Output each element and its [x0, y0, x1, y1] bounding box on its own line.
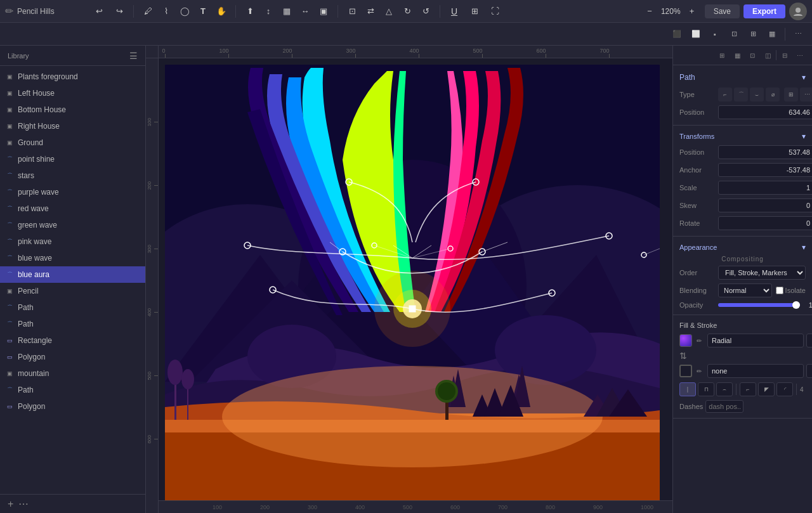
align-middle-icon-button[interactable]: ⊞	[744, 25, 762, 43]
user-avatar[interactable]	[789, 3, 807, 20]
swap-fill-stroke-button[interactable]: ⇅	[679, 351, 687, 361]
panel-icon-4[interactable]: ◫	[761, 48, 775, 62]
type-symm-button[interactable]: ⌣	[750, 88, 764, 101]
flip-h-button[interactable]: ⇄	[362, 3, 379, 20]
stroke-bevel-button[interactable]: ◤	[758, 382, 775, 396]
type-extra-2[interactable]: ⋯	[800, 88, 812, 101]
grid-button[interactable]: ⊞	[466, 3, 483, 20]
group-button[interactable]: ▣	[315, 3, 332, 20]
blending-select[interactable]: Normal	[718, 283, 772, 297]
panel-icon-2[interactable]: ▦	[730, 48, 744, 62]
stroke-butt-button[interactable]: |	[679, 382, 696, 396]
skew-x-input[interactable]	[718, 198, 812, 212]
text-tool-button[interactable]: T	[194, 3, 212, 20]
sidebar-menu-button[interactable]: ☰	[129, 51, 138, 61]
align-center-icon-button[interactable]: ⬜	[687, 25, 705, 43]
fill-swatch[interactable]	[679, 334, 692, 347]
canvas-size-button[interactable]: ⊡	[343, 3, 361, 20]
align-top-button[interactable]: ⬆	[241, 3, 259, 20]
layer-item-purple-wave[interactable]: ⌒purple wave	[0, 184, 145, 200]
stroke-round-button[interactable]: ⌢	[716, 382, 733, 396]
order-select[interactable]: Fill, Stroke, Markers	[718, 266, 806, 280]
layer-item-polygon[interactable]: ▭Polygon	[0, 349, 145, 365]
path-collapse-button[interactable]: ▾	[802, 73, 806, 82]
align-right-icon-button[interactable]: ▪	[706, 25, 724, 43]
stroke-round-join-button[interactable]: ◜	[776, 382, 793, 396]
zoom-minus-button[interactable]: −	[641, 3, 658, 20]
dashes-input[interactable]	[705, 400, 743, 413]
type-extra-1[interactable]: ⊞	[784, 88, 798, 101]
opacity-slider[interactable]	[718, 303, 800, 307]
layer-item-right-house[interactable]: ▣Right House	[0, 118, 145, 134]
scale-x-input[interactable]	[718, 181, 812, 195]
canvas-viewport[interactable]	[159, 58, 672, 500]
transforms-collapse-button[interactable]: ▾	[802, 132, 806, 141]
export-button[interactable]: Export	[743, 4, 785, 18]
panel-icon-5[interactable]: ⊟	[778, 48, 792, 62]
panel-icon-1[interactable]: ⊞	[715, 48, 729, 62]
layer-item-bottom-house[interactable]: ▣Bottom House	[0, 101, 145, 118]
type-auto-button[interactable]: ⌀	[766, 88, 780, 101]
panel-icon-3[interactable]: ⊡	[745, 48, 759, 62]
layer-item-path-3[interactable]: ⌒Path	[0, 382, 145, 398]
pen-tool-button[interactable]: 🖊	[139, 3, 157, 20]
add-layer-button[interactable]: +	[8, 498, 13, 510]
rotate-cw-button[interactable]: ↻	[398, 3, 416, 20]
stroke-miter-button[interactable]: ⌐	[740, 382, 756, 396]
zoom-plus-button[interactable]: +	[683, 3, 701, 20]
bezier-tool-button[interactable]: ⌇	[157, 3, 175, 20]
layer-item-path-2[interactable]: ⌒Path	[0, 316, 145, 332]
redo-button[interactable]: ↪	[110, 3, 128, 20]
rotate-ccw-button[interactable]: ↺	[417, 3, 435, 20]
align-left-icon-button[interactable]: ⬛	[668, 25, 686, 43]
layer-item-green-wave[interactable]: ⌒green wave	[0, 217, 145, 233]
layer-item-pink-wave[interactable]: ⌒pink wave	[0, 233, 145, 250]
canvas-area[interactable]: 0100200300400500600700 10020030040050060…	[146, 46, 672, 513]
align-top-icon-button[interactable]: ⊡	[725, 25, 743, 43]
hand-tool-button[interactable]: ✋	[213, 3, 230, 20]
stroke-square-button[interactable]: ⊓	[698, 382, 714, 396]
footer-options-button[interactable]: ⋯	[18, 498, 29, 510]
appearance-collapse-button[interactable]: ▾	[802, 243, 806, 252]
rotate-deg-input[interactable]	[718, 216, 812, 230]
layer-item-stars[interactable]: ⌒stars	[0, 167, 145, 184]
align-center-v-button[interactable]: ↕	[259, 3, 277, 20]
type-smooth-button[interactable]: ⌒	[734, 88, 748, 101]
transforms-x-input[interactable]	[718, 145, 812, 159]
fill-type-input[interactable]	[707, 334, 804, 347]
position-x-input[interactable]	[718, 105, 812, 119]
isolate-checkbox[interactable]	[776, 287, 783, 294]
fill-edit-button[interactable]: ✏	[693, 335, 705, 346]
more-options-button[interactable]: ⋯	[789, 25, 807, 43]
stroke-swatch[interactable]	[679, 365, 692, 377]
type-corner-button[interactable]: ⌐	[718, 88, 732, 101]
layer-item-pencil[interactable]: ▣Pencil	[0, 283, 145, 299]
layer-item-red-wave[interactable]: ⌒red wave	[0, 200, 145, 217]
stroke-edit-button[interactable]: ✏	[693, 365, 705, 377]
layer-item-plants-foreground[interactable]: ▣Plants foreground	[0, 68, 145, 85]
align-bottom-icon-button[interactable]: ▦	[763, 25, 781, 43]
layer-item-mountain[interactable]: ▣mountain	[0, 365, 145, 382]
resize-button[interactable]: ⛶	[486, 3, 504, 20]
align-h-button[interactable]: ↔	[296, 3, 314, 20]
fill-opacity-input[interactable]	[806, 334, 812, 347]
panel-icon-6[interactable]: ⋯	[793, 48, 807, 62]
align-full-button[interactable]: ▦	[278, 3, 296, 20]
layer-item-blue-wave[interactable]: ⌒blue wave	[0, 250, 145, 266]
undo-button[interactable]: ↩	[90, 3, 108, 20]
layer-item-blue-aura[interactable]: ⌒blue aura	[0, 266, 145, 283]
stroke-opacity-input[interactable]	[806, 364, 812, 378]
layer-item-point-shine[interactable]: ⌒point shine	[0, 151, 145, 167]
shape-tool-button[interactable]: ◯	[176, 3, 193, 20]
layer-item-ground[interactable]: ▣Ground	[0, 134, 145, 151]
layer-item-left-house[interactable]: ▣Left House	[0, 85, 145, 101]
layer-item-rectangle[interactable]: ▭Rectangle	[0, 332, 145, 349]
save-button[interactable]: Save	[705, 4, 740, 18]
layer-item-polygon-2[interactable]: ▭Polygon	[0, 398, 145, 415]
stroke-type-input[interactable]	[707, 364, 804, 378]
left-sidebar: Library ☰ ▣Plants foreground▣Left House▣…	[0, 46, 146, 513]
layer-item-path-1[interactable]: ⌒Path	[0, 299, 145, 316]
underline-button[interactable]: U	[445, 3, 463, 20]
flip-v-button[interactable]: △	[380, 3, 398, 20]
anchor-x-input[interactable]	[718, 163, 812, 177]
